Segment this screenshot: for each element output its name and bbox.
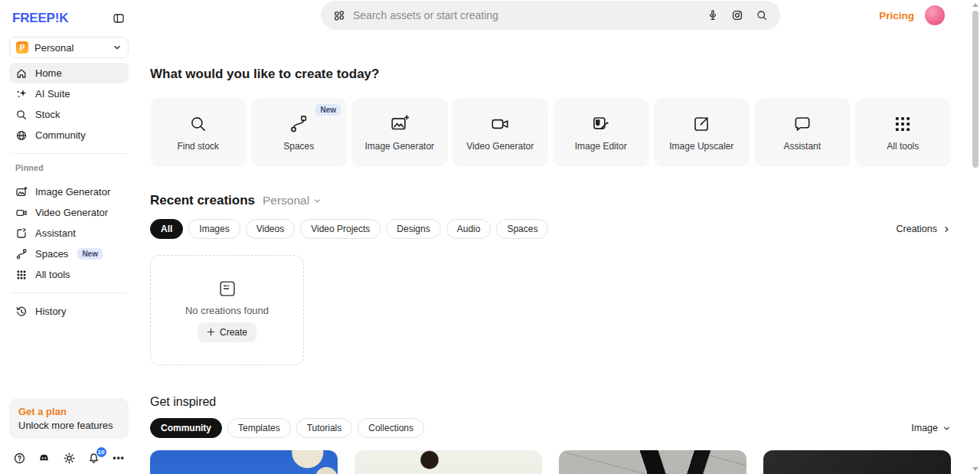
pricing-link[interactable]: Pricing [879,10,914,21]
filter-chip-video-projects[interactable]: Video Projects [300,219,381,239]
image-generator-icon [390,114,410,134]
filter-chip-all[interactable]: All [150,219,183,239]
help-button[interactable] [12,451,26,465]
sidebar-item-community[interactable]: Community [9,125,129,145]
tab-templates[interactable]: Templates [227,418,291,438]
tab-community[interactable]: Community [150,418,222,438]
card-spaces[interactable]: New Spaces [251,98,348,167]
card-label: Image Upscaler [669,141,733,152]
more-options-button[interactable]: ••• [112,451,126,465]
chevron-down-icon [313,197,322,205]
chevron-down-icon [113,43,122,52]
sidebar-item-label: Assistant [35,227,76,239]
sidebar-footer: 10 ••• [9,449,129,466]
scroll-down-arrow[interactable] [972,467,978,471]
microphone-icon[interactable] [707,9,719,21]
filter-chip-audio[interactable]: Audio [446,219,492,239]
sidebar-item-stock[interactable]: Stock [9,104,129,125]
image-editor-icon [591,114,611,134]
workspace-filter-dropdown[interactable]: Personal [263,194,322,208]
scroll-up-arrow[interactable] [972,3,978,7]
sidebar-item-all-tools[interactable]: All tools [9,264,129,285]
assistant-icon [15,227,28,240]
search-submit-icon[interactable] [756,9,768,21]
card-assistant[interactable]: Assistant [754,98,851,167]
notifications-button[interactable]: 10 [87,451,101,465]
sidebar-item-spaces[interactable]: Spaces New [9,244,129,264]
camera-lens-icon[interactable] [731,9,743,21]
globe-icon [15,129,28,142]
card-image-upscaler[interactable]: Image Upscaler [654,98,750,167]
recent-filters-row: All Images Videos Video Projects Designs… [150,219,951,239]
freepik-home-page: FREEP!K P Personal Home [0,0,980,474]
sidebar: FREEP!K P Personal Home [0,0,138,474]
plus-icon [207,328,215,336]
ellipsis-icon: ••• [113,453,125,463]
create-button[interactable]: Create [198,322,256,342]
get-a-plan-banner[interactable]: Get a plan Unlock more features [9,398,129,439]
filter-chip-spaces[interactable]: Spaces [496,219,548,239]
discord-button[interactable] [38,451,51,465]
sun-icon [63,452,76,465]
divider [11,153,127,154]
inspired-tabs-row: Community Templates Tutorials Collection… [150,418,951,438]
sidebar-item-label: Home [35,67,62,79]
search-actions [707,9,768,21]
card-label: Video Generator [466,141,534,152]
card-label: Spaces [283,141,314,152]
freepik-logo[interactable]: FREEP!K [12,11,68,26]
video-camera-icon [490,114,510,134]
notification-count-badge: 10 [96,447,106,457]
tab-collections[interactable]: Collections [358,418,424,438]
theme-toggle-button[interactable] [62,451,76,465]
image-generator-icon [15,186,28,198]
pinned-nav: Image Generator Video Generator Assistan… [9,181,129,285]
card-image-generator[interactable]: Image Generator [351,98,448,167]
card-find-stock[interactable]: Find stock [150,98,247,167]
chat-bubble-icon [792,114,812,134]
creations-link[interactable]: Creations [897,224,952,234]
all-tools-grid-icon [15,269,28,281]
inspiration-thumbnail-dark[interactable] [763,450,951,474]
sidebar-item-ai-suite[interactable]: AI Suite [9,83,129,104]
inspiration-thumbnail-street-photo[interactable] [559,450,746,474]
media-type-label: Image [911,423,938,433]
search-icon [188,114,208,134]
sidebar-item-image-generator[interactable]: Image Generator [9,181,129,202]
search-icon [15,109,28,121]
sidebar-item-video-generator[interactable]: Video Generator [9,202,129,223]
inspiration-thumbnail-portrait[interactable] [354,450,542,474]
sidebar-collapse-button[interactable] [110,10,127,27]
user-avatar[interactable] [925,5,945,25]
plan-title: Get a plan [18,406,119,417]
media-type-dropdown[interactable]: Image [911,423,951,433]
sidebar-item-history[interactable]: History [9,301,129,322]
scrollbar-thumb[interactable] [972,11,978,168]
filter-chip-images[interactable]: Images [188,219,240,239]
empty-state-card: No creations found Create [150,255,304,365]
new-badge: New [77,248,103,260]
filter-chip-designs[interactable]: Designs [386,219,440,239]
home-icon [15,67,28,80]
card-label: Image Generator [364,141,434,152]
page-scrollbar[interactable] [970,0,980,474]
sidebar-item-home[interactable]: Home [9,63,129,83]
categories-grid-icon [333,9,345,21]
search-input[interactable] [353,9,699,21]
inspiration-thumbnail-sky-illustration[interactable] [150,450,338,474]
card-video-generator[interactable]: Video Generator [452,98,549,167]
sidebar-item-assistant[interactable]: Assistant [9,223,129,244]
card-image-editor[interactable]: Image Editor [553,98,649,167]
sidebar-item-label: Stock [35,109,60,120]
filter-chip-videos[interactable]: Videos [246,219,295,239]
creations-link-label: Creations [897,224,938,234]
search-bar[interactable] [321,1,780,30]
card-all-tools[interactable]: All tools [855,98,952,167]
workspace-selector[interactable]: P Personal [9,37,129,58]
get-inspired-title: Get inspired [150,395,951,409]
chevron-right-icon [942,225,951,234]
spaces-icon [289,114,309,134]
no-creations-icon [217,279,237,299]
sidebar-item-label: Spaces [35,248,68,260]
tab-tutorials[interactable]: Tutorials [296,418,353,438]
